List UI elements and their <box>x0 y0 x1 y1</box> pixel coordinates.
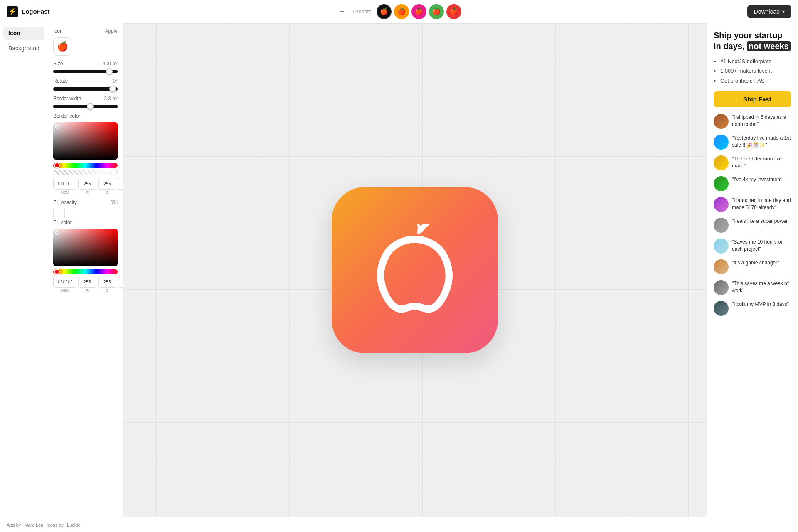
footer-app-by: App by <box>7 522 21 527</box>
fill-hex-input[interactable] <box>53 276 76 288</box>
icon-name-value: Apple <box>105 28 118 34</box>
ship-fast-button[interactable]: ⚡ Ship Fast <box>714 91 791 107</box>
testimonial-2: "Yesterday I've made a 1st sale !! 🎉🎊✨" <box>714 135 791 150</box>
tab-icon[interactable]: Icon <box>3 27 44 40</box>
border-width-value: 2.3 px <box>104 96 118 101</box>
fill-r-group: R <box>78 276 96 293</box>
preset-3[interactable]: 🍎 <box>411 4 426 19</box>
fill-opacity-box[interactable] <box>53 208 65 219</box>
border-hex-label: HEX <box>61 190 69 195</box>
testimonials-list: "I shipped in 6 days as a noob coder" "Y… <box>714 114 791 316</box>
testimonial-text-2: "Yesterday I've made a 1st sale !! 🎉🎊✨" <box>732 135 791 149</box>
testimonial-text-6: "Feels like a super power" <box>732 218 790 225</box>
fill-hue-thumb <box>54 269 60 275</box>
avatar-7 <box>714 239 729 254</box>
rotate-label: Rotate <box>53 78 68 84</box>
border-g-input[interactable] <box>98 178 116 190</box>
border-r-input[interactable] <box>78 178 96 190</box>
footer-bar: App by Marc Lou Icons by Lucide <box>0 517 798 532</box>
left-panel: Icon Apple 🍎 Size 400 px Rotate 0° Borde… <box>48 23 123 517</box>
promo-title-part2: in days, <box>714 42 744 51</box>
footer-author-link[interactable]: Marc Lou <box>24 522 43 527</box>
promo-bullet-3: Get profitable FAST <box>720 76 791 86</box>
footer-icons-link[interactable]: Lucide <box>67 522 80 527</box>
tab-background[interactable]: Background <box>3 42 44 55</box>
border-alpha-bar[interactable] <box>53 170 118 175</box>
download-button[interactable]: Download ▾ <box>747 5 791 18</box>
logo-area: ⚡ LogoFast <box>7 6 50 17</box>
canvas-area <box>123 23 707 517</box>
fill-color-label: Fill color <box>53 219 72 225</box>
left-tabs: Icon Background <box>0 23 48 517</box>
promo-title: Ship your startup in days, not weeks <box>714 30 791 52</box>
fill-hex-label: HEX <box>61 288 69 293</box>
border-width-slider[interactable] <box>53 105 118 108</box>
apple-icon-svg <box>365 220 465 320</box>
right-panel: Ship your startup in days, not weeks #1 … <box>707 23 798 517</box>
rotate-value: 0° <box>113 78 118 84</box>
border-color-row: Border color <box>53 113 118 119</box>
border-r-label: R <box>86 190 89 195</box>
border-width-row: Border width 2.3 px <box>53 96 118 101</box>
rotate-slider[interactable] <box>53 87 118 91</box>
footer-icons-by: Icons by <box>47 522 64 527</box>
testimonial-5: "I launched in one day and made $170 alr… <box>714 197 791 212</box>
testimonial-text-10: "I built my MVP in 3 days" <box>732 301 789 308</box>
size-value: 400 px <box>103 61 118 66</box>
avatar-4 <box>714 176 729 191</box>
avatar-10 <box>714 301 729 316</box>
border-g-group: G <box>98 178 116 195</box>
preset-circles: 🍎 🍎 🍎 🍎 🍎 <box>377 4 461 19</box>
testimonial-text-9: "This saves me a week of work" <box>732 280 791 294</box>
testimonial-text-7: "Saves me 10 hours on each project" <box>732 239 791 253</box>
border-color-dot <box>55 124 60 129</box>
fill-color-header: Fill color <box>53 219 118 225</box>
icon-header-row: Icon Apple <box>53 28 118 34</box>
border-alpha-thumb <box>111 169 117 175</box>
fill-hue-bar[interactable] <box>53 269 118 274</box>
border-width-label: Border width <box>53 96 81 101</box>
border-hex-input[interactable] <box>53 178 76 190</box>
logo-icon: ⚡ <box>7 6 18 17</box>
icon-preview[interactable]: 🍎 <box>53 37 71 56</box>
testimonial-6: "Feels like a super power" <box>714 218 791 233</box>
logo-canvas <box>328 183 502 357</box>
testimonial-text-5: "I launched in one day and made $170 alr… <box>732 197 791 211</box>
fill-g-input[interactable] <box>98 276 116 288</box>
back-button[interactable]: ← <box>336 5 348 18</box>
fill-r-label: R <box>86 288 89 293</box>
promo-bullets: #1 NextJS boilerplate 1,000+ makers love… <box>714 57 791 86</box>
testimonial-9: "This saves me a week of work" <box>714 280 791 295</box>
testimonial-4: "I've 4x my investment" <box>714 176 791 191</box>
border-color-picker[interactable] <box>53 122 118 160</box>
promo-highlight: not weeks <box>747 41 791 51</box>
icon-section-label: Icon <box>53 28 63 34</box>
testimonial-text-1: "I shipped in 6 days as a noob coder" <box>732 114 791 128</box>
preset-1[interactable]: 🍎 <box>377 4 392 19</box>
border-color-label: Border color <box>53 113 80 119</box>
border-width-slider-thumb[interactable] <box>87 103 94 110</box>
presets-label: Presets <box>353 8 372 15</box>
preset-4[interactable]: 🍎 <box>429 4 444 19</box>
topbar-right: Download ▾ <box>747 5 791 18</box>
avatar-2 <box>714 135 729 150</box>
size-slider-thumb[interactable] <box>106 68 113 75</box>
topbar-center: ← Presets 🍎 🍎 🍎 🍎 🍎 <box>57 4 741 19</box>
border-alpha-overlay <box>53 170 118 175</box>
preset-5[interactable]: 🍎 <box>446 4 461 19</box>
border-b-input[interactable] <box>118 178 123 190</box>
testimonial-7: "Saves me 10 hours on each project" <box>714 239 791 254</box>
border-hex-group: HEX <box>53 178 76 195</box>
size-slider[interactable] <box>53 70 118 73</box>
fill-color-picker[interactable] <box>53 229 118 266</box>
promo-bullet-2: 1,000+ makers love it <box>720 66 791 76</box>
fill-b-input[interactable] <box>118 276 123 288</box>
rotate-slider-thumb[interactable] <box>109 86 116 92</box>
fill-color-dot <box>55 230 60 235</box>
logo-text: LogoFast <box>22 8 50 15</box>
preset-2[interactable]: 🍎 <box>394 4 409 19</box>
border-r-group: R <box>78 178 96 195</box>
border-hue-bar[interactable] <box>53 163 118 168</box>
fill-r-input[interactable] <box>78 276 96 288</box>
border-color-inputs: HEX R G B A <box>53 178 118 195</box>
